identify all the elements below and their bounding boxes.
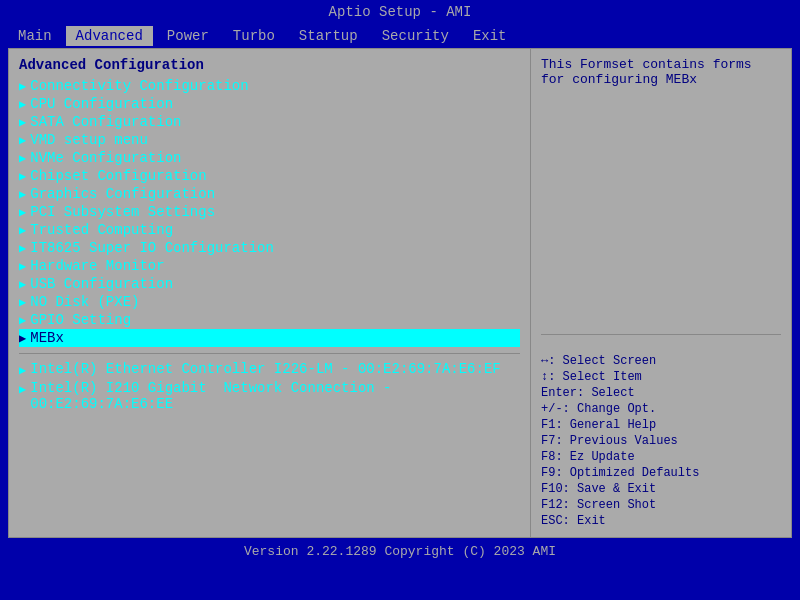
main-content: Advanced Configuration ▶Connectivity Con… [8,48,792,538]
menu-item-exit[interactable]: Exit [463,26,517,46]
config-item[interactable]: ▶Graphics Configuration [19,185,520,203]
menu-item-main[interactable]: Main [8,26,62,46]
arrow-icon: ▶ [19,205,26,220]
arrow-icon: ▶ [19,97,26,112]
key-help-line: F10: Save & Exit [541,481,781,497]
config-item-label: Chipset Configuration [30,168,206,184]
help-text: This Formset contains forms for configur… [541,57,781,326]
arrow-icon: ▶ [19,79,26,94]
config-item-label: PCI Subsystem Settings [30,204,215,220]
arrow-icon: ▶ [19,382,26,397]
arrow-icon: ▶ [19,363,26,378]
config-item[interactable]: ▶Hardware Monitor [19,257,520,275]
arrow-icon: ▶ [19,133,26,148]
network-items-list: ▶Intel(R) Ethernet Controller I226-LM - … [19,360,520,413]
network-item[interactable]: ▶Intel(R) I210 Gigabit Network Connectio… [19,379,520,413]
config-item-label: CPU Configuration [30,96,173,112]
menu-item-turbo[interactable]: Turbo [223,26,285,46]
config-item-label: IT8625 Super IO Configuration [30,240,274,256]
menu-item-startup[interactable]: Startup [289,26,368,46]
menu-item-advanced[interactable]: Advanced [66,26,153,46]
config-item-label: SATA Configuration [30,114,181,130]
config-item[interactable]: ▶NVMe Configuration [19,149,520,167]
arrow-icon: ▶ [19,187,26,202]
arrow-icon: ▶ [19,259,26,274]
footer: Version 2.22.1289 Copyright (C) 2023 AMI [0,540,800,563]
config-item[interactable]: ▶GPIO Setting [19,311,520,329]
config-item[interactable]: ▶CPU Configuration [19,95,520,113]
key-help-line: F9: Optimized Defaults [541,465,781,481]
config-item[interactable]: ▶USB Configuration [19,275,520,293]
config-item[interactable]: ▶PCI Subsystem Settings [19,203,520,221]
config-items-list: ▶Connectivity Configuration▶CPU Configur… [19,77,520,347]
config-item[interactable]: ▶MEBx [19,329,520,347]
menu-item-power[interactable]: Power [157,26,219,46]
key-help: ↔: Select Screen↕: Select ItemEnter: Sel… [541,353,781,529]
arrow-icon: ▶ [19,223,26,238]
key-help-line: ↔: Select Screen [541,353,781,369]
config-item-label: GPIO Setting [30,312,131,328]
arrow-icon: ▶ [19,169,26,184]
config-item[interactable]: ▶IT8625 Super IO Configuration [19,239,520,257]
config-item[interactable]: ▶NO Disk (PXE) [19,293,520,311]
config-item-label: NO Disk (PXE) [30,294,139,310]
left-panel: Advanced Configuration ▶Connectivity Con… [9,49,531,537]
title-bar: Aptio Setup - AMI [0,0,800,24]
network-item[interactable]: ▶Intel(R) Ethernet Controller I226-LM - … [19,360,520,379]
arrow-icon: ▶ [19,115,26,130]
right-divider [541,334,781,335]
arrow-icon: ▶ [19,151,26,166]
arrow-icon: ▶ [19,241,26,256]
key-help-line: F7: Previous Values [541,433,781,449]
menu-bar: MainAdvancedPowerTurboStartupSecurityExi… [0,24,800,48]
arrow-icon: ▶ [19,277,26,292]
section-title: Advanced Configuration [19,57,520,73]
network-item-label: Intel(R) I210 Gigabit Network Connection… [30,380,391,412]
config-item-label: Trusted Computing [30,222,173,238]
config-item-label: Hardware Monitor [30,258,164,274]
app-title: Aptio Setup - AMI [329,4,472,20]
key-help-line: Enter: Select [541,385,781,401]
menu-item-security[interactable]: Security [372,26,459,46]
config-item[interactable]: ▶VMD setup menu [19,131,520,149]
config-item[interactable]: ▶Connectivity Configuration [19,77,520,95]
divider [19,353,520,354]
key-help-line: F12: Screen Shot [541,497,781,513]
key-help-line: F1: General Help [541,417,781,433]
right-panel: This Formset contains forms for configur… [531,49,791,537]
config-item-label: MEBx [30,330,64,346]
arrow-icon: ▶ [19,295,26,310]
footer-text: Version 2.22.1289 Copyright (C) 2023 AMI [244,544,556,559]
key-help-line: ESC: Exit [541,513,781,529]
config-item-label: NVMe Configuration [30,150,181,166]
config-item-label: VMD setup menu [30,132,148,148]
key-help-line: ↕: Select Item [541,369,781,385]
config-item-label: USB Configuration [30,276,173,292]
config-item[interactable]: ▶Chipset Configuration [19,167,520,185]
config-item-label: Connectivity Configuration [30,78,248,94]
key-help-line: F8: Ez Update [541,449,781,465]
config-item-label: Graphics Configuration [30,186,215,202]
key-help-line: +/-: Change Opt. [541,401,781,417]
config-item[interactable]: ▶Trusted Computing [19,221,520,239]
config-item[interactable]: ▶SATA Configuration [19,113,520,131]
arrow-icon: ▶ [19,331,26,346]
network-item-label: Intel(R) Ethernet Controller I226-LM - 0… [30,361,500,377]
arrow-icon: ▶ [19,313,26,328]
